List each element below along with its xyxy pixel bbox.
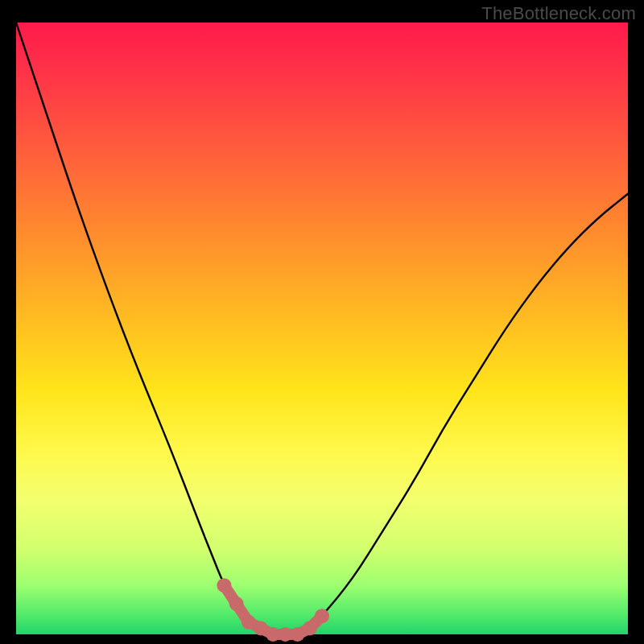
watermark-text: TheBottleneck.com bbox=[481, 3, 636, 24]
bottleneck-markers-group bbox=[217, 578, 329, 642]
bottleneck-marker bbox=[217, 578, 231, 592]
bottleneck-curve-svg bbox=[16, 23, 628, 634]
bottleneck-marker bbox=[303, 621, 317, 635]
bottleneck-marker bbox=[229, 597, 244, 611]
bottleneck-marker bbox=[315, 609, 329, 623]
chart-frame: TheBottleneck.com bbox=[0, 0, 644, 644]
bottleneck-curve-path bbox=[16, 23, 628, 634]
